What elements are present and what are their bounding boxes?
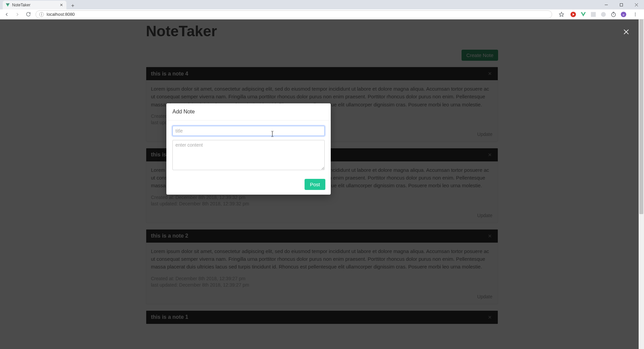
scrollbar-thumb[interactable] xyxy=(639,19,643,214)
tab-title: NoteTaker xyxy=(12,3,57,7)
svg-point-14 xyxy=(635,12,636,13)
vertical-scrollbar[interactable] xyxy=(639,19,644,349)
window-minimize-icon[interactable] xyxy=(599,0,614,9)
svg-point-8 xyxy=(601,12,606,16)
address-bar[interactable]: i localhost:8080 xyxy=(36,10,552,18)
address-row: i localhost:8080 e xyxy=(0,9,644,19)
add-note-modal: Add Note Post xyxy=(166,103,331,195)
vue-favicon-icon xyxy=(5,3,10,7)
profile-avatar-icon[interactable]: e xyxy=(621,11,627,17)
note-title-input[interactable] xyxy=(172,126,325,136)
url-text: localhost:8080 xyxy=(47,12,75,17)
svg-rect-7 xyxy=(591,12,596,16)
new-tab-button[interactable]: + xyxy=(69,2,76,9)
window-close-icon[interactable] xyxy=(629,0,644,9)
page-viewport: NoteTaker Create Note this is a note 4✕L… xyxy=(0,19,644,349)
browser-tab[interactable]: NoteTaker ✕ xyxy=(3,1,66,9)
svg-point-16 xyxy=(635,15,636,16)
ext-gray-box-icon[interactable] xyxy=(590,11,596,17)
ext-stopwatch-icon[interactable] xyxy=(610,11,616,17)
svg-marker-4 xyxy=(559,12,564,16)
tab-close-icon[interactable]: ✕ xyxy=(59,3,64,7)
svg-text:e: e xyxy=(623,12,625,16)
nav-reload-icon[interactable] xyxy=(23,10,33,19)
svg-point-15 xyxy=(635,14,636,14)
modal-title: Add Note xyxy=(166,103,331,120)
bookmark-star-icon[interactable] xyxy=(557,10,566,19)
extension-icons: e xyxy=(555,10,642,19)
tab-strip: NoteTaker ✕ + xyxy=(0,0,644,9)
nav-back-icon[interactable] xyxy=(2,10,11,19)
ext-red-play-icon[interactable] xyxy=(570,11,576,17)
ext-gray-circle-icon[interactable] xyxy=(600,11,606,17)
site-info-icon[interactable]: i xyxy=(39,12,44,17)
modal-close-icon[interactable] xyxy=(621,27,631,37)
window-maximize-icon[interactable] xyxy=(614,0,629,9)
browser-menu-icon[interactable] xyxy=(631,10,640,19)
nav-forward-icon[interactable] xyxy=(13,10,22,19)
note-content-textarea[interactable] xyxy=(172,140,325,170)
svg-rect-1 xyxy=(620,3,623,6)
ext-vue-icon[interactable] xyxy=(580,11,586,17)
post-button[interactable]: Post xyxy=(305,179,325,190)
window-controls xyxy=(599,0,644,9)
browser-chrome: NoteTaker ✕ + i localhost:8080 e xyxy=(0,0,644,19)
